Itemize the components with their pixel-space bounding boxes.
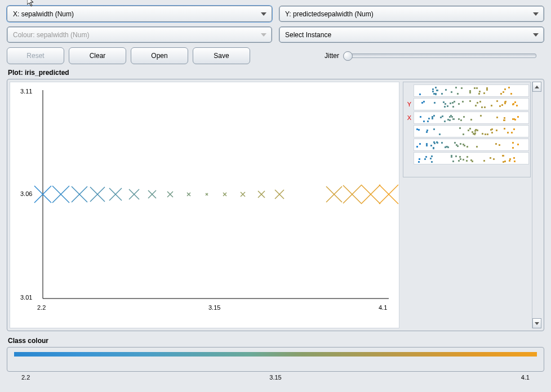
jitter-thumb[interactable] (343, 51, 353, 61)
class-colour-bar (7, 347, 544, 372)
y-tick-min: 3.01 (20, 294, 32, 301)
mini-strip[interactable] (414, 98, 529, 110)
data-point[interactable] (275, 190, 284, 199)
chevron-down-icon (259, 30, 268, 39)
jitter-label: Jitter (325, 52, 339, 60)
scatter-plot[interactable]: 3.11 3.06 3.01 2.2 3.15 4.1 (10, 82, 399, 328)
data-point[interactable] (129, 189, 139, 199)
data-point[interactable] (379, 185, 398, 204)
data-point[interactable] (241, 192, 245, 197)
colour-scale-mid: 3.15 (269, 374, 281, 381)
instance-value: Select Instance (285, 31, 331, 39)
plot-axes (10, 82, 399, 328)
mini-strip[interactable] (414, 84, 529, 97)
jitter-slider[interactable] (344, 54, 536, 58)
y-tick-max: 3.11 (20, 88, 32, 95)
data-point[interactable] (72, 186, 87, 202)
colour-scale-min: 2.2 (21, 374, 30, 381)
data-point[interactable] (167, 191, 173, 197)
mini-strip[interactable] (414, 139, 529, 151)
data-point[interactable] (187, 193, 190, 196)
instance-dropdown[interactable]: Select Instance (279, 26, 544, 43)
class-colour-label: Class colour (8, 337, 544, 345)
scroll-down-icon[interactable] (532, 318, 541, 328)
mini-x-label: X (405, 114, 411, 121)
cursor-icon (27, 0, 36, 8)
x-axis-value: X: sepalwidth (Num) (13, 10, 74, 18)
y-tick-mid: 3.06 (20, 190, 32, 197)
y-axis-dropdown[interactable]: Y: predictedsepalwidth (Num) (279, 6, 544, 22)
colour-gradient (14, 352, 537, 357)
data-point[interactable] (343, 185, 361, 203)
x-tick-max: 4.1 (379, 304, 387, 311)
data-point[interactable] (206, 193, 208, 195)
chevron-down-icon (531, 10, 540, 19)
colour-scale-max: 4.1 (521, 374, 530, 381)
x-axis-dropdown[interactable]: X: sepalwidth (Num) (7, 6, 272, 22)
data-point[interactable] (361, 185, 380, 204)
x-tick-min: 2.2 (37, 304, 46, 311)
data-point[interactable] (148, 190, 156, 198)
data-point[interactable] (258, 191, 265, 198)
mini-y-label: Y (405, 101, 411, 108)
y-axis-value: Y: predictedsepalwidth (Num) (285, 10, 374, 18)
plot-title: Plot: iris_predicted (8, 69, 551, 77)
open-button[interactable]: Open (131, 47, 188, 64)
chevron-down-icon (259, 10, 268, 19)
mini-strip[interactable] (414, 125, 529, 137)
save-button[interactable]: Save (193, 47, 250, 64)
plot-panel: 3.11 3.06 3.01 2.2 3.15 4.1 Y X (7, 79, 544, 331)
colour-value: Colour: sepalwidth (Num) (13, 31, 89, 39)
clear-button[interactable]: Clear (69, 47, 126, 64)
data-point[interactable] (52, 186, 69, 203)
data-point[interactable] (109, 188, 122, 201)
colour-dropdown[interactable]: Colour: sepalwidth (Num) (7, 26, 272, 43)
scroll-up-icon[interactable] (532, 82, 541, 92)
mini-strip[interactable] (414, 112, 529, 124)
data-point[interactable] (223, 193, 226, 196)
data-point[interactable] (90, 187, 105, 202)
mini-scrollbar[interactable] (532, 82, 541, 328)
reset-button[interactable]: Reset (7, 47, 64, 64)
data-point[interactable] (34, 186, 51, 203)
x-tick-mid: 3.15 (208, 304, 220, 311)
mini-strip[interactable] (414, 152, 529, 164)
data-point[interactable] (326, 186, 342, 202)
attribute-matrix[interactable]: Y X (403, 82, 531, 177)
chevron-down-icon (531, 30, 540, 39)
